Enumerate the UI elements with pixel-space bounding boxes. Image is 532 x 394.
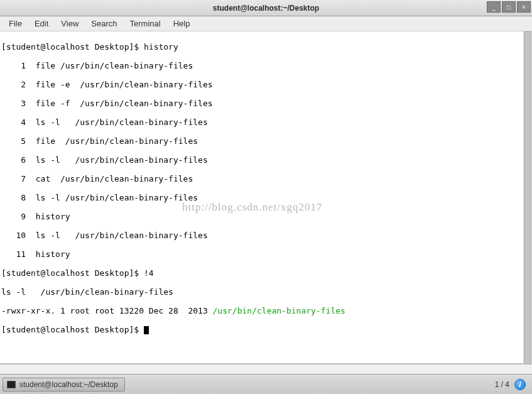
terminal-prompt: [student@localhost Desktop]$: [1, 325, 532, 334]
scrollbar[interactable]: [523, 31, 532, 364]
history-line: 1 file /usr/bin/clean-binary-files: [1, 61, 532, 70]
terminal-line: ls -l /usr/bin/clean-binary-files: [1, 287, 532, 297]
menu-help[interactable]: Help: [167, 16, 197, 31]
minimize-button[interactable]: _: [487, 1, 501, 13]
window-title: student@localhost:~/Desktop: [213, 4, 319, 13]
terminal-icon: [7, 381, 16, 388]
menu-edit[interactable]: Edit: [28, 16, 55, 31]
scroll-thumb[interactable]: [524, 31, 531, 364]
workspace-indicator[interactable]: 1 / 4: [495, 380, 509, 389]
history-line: 9 history: [1, 212, 532, 221]
terminal-line: [student@localhost Desktop]$ history: [1, 42, 532, 52]
cursor-icon: [144, 326, 149, 334]
terminal-area[interactable]: [student@localhost Desktop]$ history 1 f…: [0, 31, 532, 364]
taskbar: student@localhost:~/Desktop 1 / 4 i: [0, 374, 532, 394]
close-button[interactable]: ×: [517, 1, 531, 13]
history-line: 2 file -e /usr/bin/clean-binary-files: [1, 80, 532, 89]
history-line: 5 file /usr/bin/clean-binary-files: [1, 136, 532, 146]
history-line: 3 file -f /usr/bin/clean-binary-files: [1, 99, 532, 108]
history-line: 4 ls -l /usr/bin/clean-binary-files: [1, 118, 532, 127]
menu-bar: File Edit View Search Terminal Help: [0, 16, 532, 31]
ls-output: -rwxr-xr-x. 1 root root 13220 Dec 28 201…: [1, 306, 532, 315]
menu-view[interactable]: View: [55, 16, 85, 31]
taskbar-window-button[interactable]: student@localhost:~/Desktop: [3, 378, 125, 391]
file-path: /usr/bin/clean-binary-files: [213, 306, 345, 315]
history-line: 7 cat /usr/bin/clean-binary-files: [1, 174, 532, 183]
taskbar-right: 1 / 4 i: [495, 379, 529, 390]
history-line: 11 history: [1, 249, 532, 259]
history-line: 8 ls -l /usr/bin/clean-binary-files: [1, 193, 532, 202]
maximize-button[interactable]: □: [502, 1, 516, 13]
window-titlebar: student@localhost:~/Desktop _ □ ×: [0, 0, 532, 16]
window-controls: _ □ ×: [487, 1, 531, 13]
taskbar-label: student@localhost:~/Desktop: [19, 380, 118, 389]
info-icon[interactable]: i: [514, 379, 526, 390]
history-line: 10 ls -l /usr/bin/clean-binary-files: [1, 231, 532, 240]
watermark-text: http://blog.csdn.net/xgq2017: [182, 202, 323, 212]
menu-terminal[interactable]: Terminal: [124, 16, 167, 31]
menu-file[interactable]: File: [3, 16, 28, 31]
terminal-line: [student@localhost Desktop]$ !4: [1, 268, 532, 278]
history-line: 6 ls -l /usr/bin/clean-binary-files: [1, 155, 532, 165]
menu-search[interactable]: Search: [85, 16, 123, 31]
